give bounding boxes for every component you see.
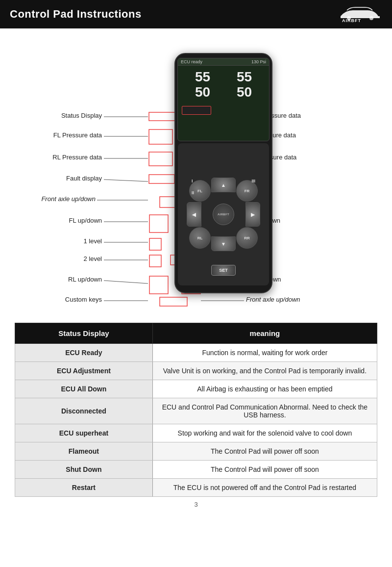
status-cell: ECU Ready — [15, 344, 153, 362]
table-row: ECU All DownAll Airbag is exhausting or … — [15, 380, 377, 398]
svg-rect-50 — [149, 255, 161, 267]
fault-display-box — [182, 106, 211, 115]
table-row: DisconnectedECU and Control Pad Communic… — [15, 398, 377, 424]
level-iii-label: III — [251, 179, 255, 183]
svg-rect-52 — [149, 276, 168, 294]
table-row: FlameoutThe Control Pad will power off s… — [15, 442, 377, 461]
rear-axle-down-btn[interactable]: ▼ — [211, 236, 236, 251]
screen-fr: 55 — [223, 70, 265, 85]
table-row: RestartThe ECU is not powered off and th… — [15, 479, 377, 497]
svg-line-19 — [104, 281, 148, 284]
rr-btn[interactable]: RR — [236, 227, 258, 249]
svg-text:Fault display: Fault display — [66, 175, 102, 182]
status-cell: Flameout — [15, 442, 153, 461]
screen-status-bar: ECU ready 130 Psi — [178, 58, 269, 66]
diagram-section: Status Display FL Pressure data RL Press… — [0, 28, 392, 318]
left-btn[interactable]: ◀ — [187, 202, 201, 227]
dpad: ▲ ◀ ▶ ▼ FL — [187, 178, 260, 251]
rl-label: RL — [197, 236, 203, 240]
diagram-container: Status Display FL Pressure data RL Press… — [15, 38, 377, 313]
status-cell: Restart — [15, 479, 153, 497]
col-status: Status Display — [15, 323, 153, 344]
front-axle-up-btn[interactable]: ▲ — [211, 178, 236, 192]
status-table: Status Display meaning ECU ReadyFunction… — [15, 323, 377, 497]
brand-label: AIRBFT — [218, 213, 229, 216]
rl-btn[interactable]: RL — [189, 227, 211, 249]
svg-text:FL up/down: FL up/down — [69, 217, 102, 224]
svg-text:Custom keys: Custom keys — [65, 296, 102, 303]
screen-values: 55 55 50 50 — [178, 66, 269, 104]
meaning-cell: All Airbag is exhausting or has been emp… — [152, 380, 377, 398]
svg-text:Front axle up/down: Front axle up/down — [41, 195, 96, 203]
svg-rect-46 — [149, 215, 168, 232]
fr-label: FR — [245, 189, 250, 193]
svg-text:FL Pressure data: FL Pressure data — [53, 131, 102, 139]
status-cell: ECU All Down — [15, 380, 153, 398]
screen-status: ECU ready — [181, 59, 202, 64]
rr-label: RR — [244, 236, 250, 240]
table-row: ECU superheatStop working and wait for t… — [15, 424, 377, 442]
label-status-display: Status Display — [61, 112, 102, 119]
level-i-label: I — [192, 179, 193, 183]
table-section: Status Display meaning ECU ReadyFunction… — [0, 318, 392, 522]
device-screen: ECU ready 130 Psi 55 55 50 50 — [177, 58, 270, 141]
meaning-cell: ECU and Control Pad Communication Abnorm… — [152, 398, 377, 424]
status-cell: ECU Adjustment — [15, 362, 153, 380]
svg-rect-39 — [149, 129, 172, 144]
page-title: Control Pad Instructions — [10, 8, 142, 21]
pad-area: ▲ ◀ ▶ ▼ FL — [178, 143, 269, 285]
screen-rl: 50 — [182, 85, 223, 100]
svg-rect-44 — [149, 175, 174, 183]
status-cell: Disconnected — [15, 398, 153, 424]
svg-text:RL up/down: RL up/down — [68, 276, 102, 283]
page-number: 3 — [15, 497, 377, 512]
meaning-cell: The Control Pad will power off soon — [152, 442, 377, 461]
svg-rect-48 — [149, 238, 161, 250]
svg-text:1 level: 1 level — [83, 237, 102, 245]
table-row: ECU ReadyFunction is normal, waiting for… — [15, 344, 377, 362]
svg-text:Front axle up/down: Front axle up/down — [246, 296, 300, 303]
meaning-cell: Stop working and wait for the solenoid v… — [152, 424, 377, 442]
logo: AIRBFT — [338, 5, 382, 23]
center-btn[interactable]: AIRBFT — [213, 204, 234, 225]
status-cell: Shut Down — [15, 461, 153, 479]
right-btn[interactable]: ▶ — [245, 202, 260, 227]
svg-text:2 level: 2 level — [83, 255, 102, 262]
screen-tank-pressure: 130 Psi — [251, 59, 266, 64]
svg-text:AIRBFT: AIRBFT — [342, 18, 361, 23]
svg-rect-54 — [160, 297, 187, 306]
meaning-cell: Valve Unit is on working, and the Contro… — [152, 362, 377, 380]
screen-fl: 55 — [182, 70, 223, 85]
svg-line-9 — [104, 180, 148, 181]
control-pad-device: ECU ready 130 Psi 55 55 50 50 ▲ — [174, 53, 272, 293]
table-header-row: Status Display meaning — [15, 323, 377, 344]
table-row: Shut DownThe Control Pad will power off … — [15, 461, 377, 479]
screen-rr: 50 — [223, 85, 265, 100]
meaning-cell: Function is normal, waiting for work ord… — [152, 344, 377, 362]
header: Control Pad Instructions AIRBFT — [0, 0, 392, 28]
col-meaning: meaning — [152, 323, 377, 344]
status-cell: ECU superheat — [15, 424, 153, 442]
fl-label: FL — [197, 189, 202, 193]
meaning-cell: The Control Pad will power off soon — [152, 461, 377, 479]
meaning-cell: The ECU is not powered off and the Contr… — [152, 479, 377, 497]
set-button[interactable]: SET — [211, 265, 236, 276]
svg-text:RL Pressure data: RL Pressure data — [52, 154, 102, 161]
svg-point-1 — [369, 16, 373, 20]
table-row: ECU AdjustmentValve Unit is on working, … — [15, 362, 377, 380]
level-ii-label: II — [192, 190, 194, 195]
svg-rect-41 — [149, 152, 172, 166]
